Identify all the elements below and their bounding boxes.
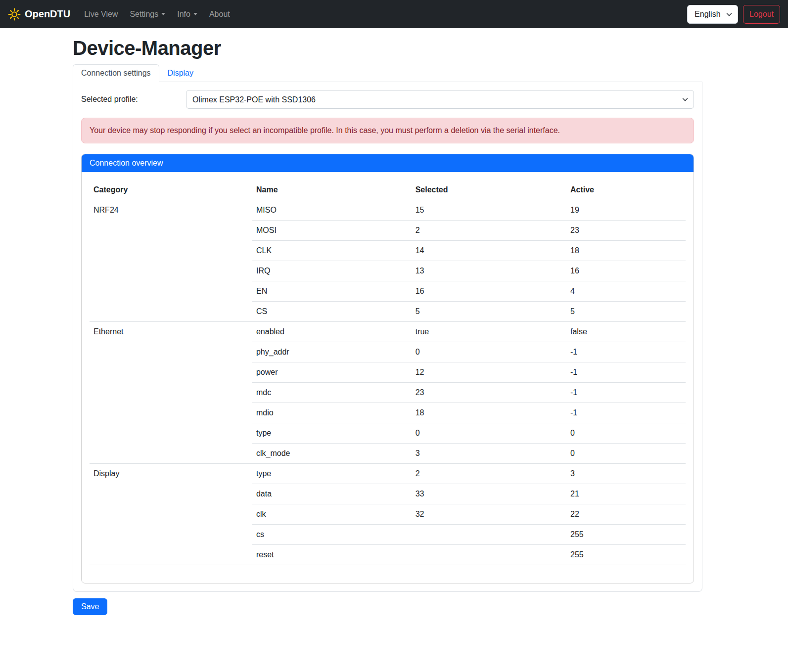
language-select[interactable]: English (687, 5, 738, 24)
category-cell: Ethernet (90, 322, 252, 464)
name-cell: clk (252, 504, 412, 525)
active-cell: 0 (566, 423, 686, 444)
navbar-right: English Logout (687, 5, 780, 24)
category-cell: NRF24 (90, 200, 252, 322)
selected-cell: 5 (412, 302, 566, 322)
name-cell: type (252, 464, 412, 484)
name-cell: reset (252, 545, 412, 565)
selected-cell: 15 (412, 200, 566, 221)
active-cell: 21 (566, 484, 686, 504)
selected-cell: 0 (412, 342, 566, 362)
name-cell: EN (252, 281, 412, 302)
nav-links: Live View Settings Info About (78, 6, 236, 23)
nav-item-label: Settings (130, 10, 158, 19)
selected-cell: 13 (412, 261, 566, 281)
name-cell: phy_addr (252, 342, 412, 362)
selected-cell: 2 (412, 221, 566, 241)
nav-item-label: Info (177, 10, 190, 19)
connection-overview-body: Category Name Selected Active NRF24MISO1… (82, 172, 694, 583)
nav-item-settings[interactable]: Settings (126, 6, 169, 23)
profile-label: Selected profile: (81, 95, 186, 104)
nav-item-info[interactable]: Info (173, 6, 201, 23)
selected-cell: 2 (412, 464, 566, 484)
selected-cell: 3 (412, 444, 566, 464)
opendtu-sun-icon (8, 8, 21, 21)
selected-cell: 12 (412, 362, 566, 383)
language-select-wrap: English (687, 5, 738, 24)
profile-row: Selected profile: Olimex ESP32-POE with … (81, 90, 694, 109)
nav-item-label: Live View (84, 10, 118, 19)
table-row: Ethernetenabledtruefalse (90, 322, 686, 342)
selected-cell: 16 (412, 281, 566, 302)
name-cell: mdio (252, 403, 412, 423)
table-row: NRF24MISO1519 (90, 200, 686, 221)
brand-link[interactable]: OpenDTU (8, 8, 70, 21)
tab-connection-settings[interactable]: Connection settings (73, 64, 159, 82)
table-header-row: Category Name Selected Active (90, 180, 686, 200)
selected-cell: 14 (412, 241, 566, 261)
selected-cell: true (412, 322, 566, 342)
selected-cell: 23 (412, 383, 566, 403)
active-cell: 255 (566, 545, 686, 565)
active-cell: 4 (566, 281, 686, 302)
name-cell: IRQ (252, 261, 412, 281)
category-cell: Display (90, 464, 252, 565)
name-cell: MISO (252, 200, 412, 221)
active-cell: -1 (566, 342, 686, 362)
selected-cell: 33 (412, 484, 566, 504)
selected-cell: 0 (412, 423, 566, 444)
active-cell: 3 (566, 464, 686, 484)
name-cell: data (252, 484, 412, 504)
main-content: Device-Manager Connection settings Displ… (73, 37, 702, 615)
table-row: Displaytype23 (90, 464, 686, 484)
active-cell: -1 (566, 362, 686, 383)
column-header-name: Name (252, 180, 412, 200)
logout-button[interactable]: Logout (743, 5, 780, 24)
selected-cell: 18 (412, 403, 566, 423)
connection-overview-card: Connection overview Category Name Select… (81, 154, 694, 583)
connection-table: Category Name Selected Active NRF24MISO1… (90, 180, 686, 565)
tab-bar: Connection settings Display (73, 64, 702, 82)
brand-label: OpenDTU (25, 8, 70, 20)
selected-cell: 32 (412, 504, 566, 525)
name-cell: type (252, 423, 412, 444)
name-cell: power (252, 362, 412, 383)
active-cell: 18 (566, 241, 686, 261)
connection-settings-panel: Selected profile: Olimex ESP32-POE with … (73, 82, 702, 592)
active-cell: 255 (566, 525, 686, 545)
column-header-active: Active (566, 180, 686, 200)
caret-down-icon (193, 13, 197, 15)
nav-item-live-view[interactable]: Live View (80, 6, 122, 23)
column-header-category: Category (90, 180, 252, 200)
connection-overview-header: Connection overview (82, 154, 694, 172)
name-cell: mdc (252, 383, 412, 403)
active-cell: 19 (566, 200, 686, 221)
active-cell: 23 (566, 221, 686, 241)
selected-cell (412, 525, 566, 545)
active-cell: 16 (566, 261, 686, 281)
active-cell: 0 (566, 444, 686, 464)
incompatible-profile-alert: Your device may stop responding if you s… (81, 118, 694, 143)
name-cell: CS (252, 302, 412, 322)
nav-item-about[interactable]: About (205, 6, 234, 23)
name-cell: enabled (252, 322, 412, 342)
name-cell: MOSI (252, 221, 412, 241)
column-header-selected: Selected (412, 180, 566, 200)
selected-cell (412, 545, 566, 565)
profile-select[interactable]: Olimex ESP32-POE with SSD1306 (186, 90, 694, 109)
page-title: Device-Manager (73, 37, 702, 59)
active-cell: -1 (566, 383, 686, 403)
active-cell: 5 (566, 302, 686, 322)
save-button[interactable]: Save (73, 598, 107, 615)
active-cell: -1 (566, 403, 686, 423)
navbar: OpenDTU Live View Settings Info About En… (0, 0, 788, 28)
active-cell: 22 (566, 504, 686, 525)
tab-display[interactable]: Display (159, 64, 202, 82)
caret-down-icon (161, 13, 165, 15)
name-cell: cs (252, 525, 412, 545)
name-cell: CLK (252, 241, 412, 261)
active-cell: false (566, 322, 686, 342)
nav-item-label: About (209, 10, 230, 19)
profile-select-wrap: Olimex ESP32-POE with SSD1306 (186, 90, 694, 109)
name-cell: clk_mode (252, 444, 412, 464)
